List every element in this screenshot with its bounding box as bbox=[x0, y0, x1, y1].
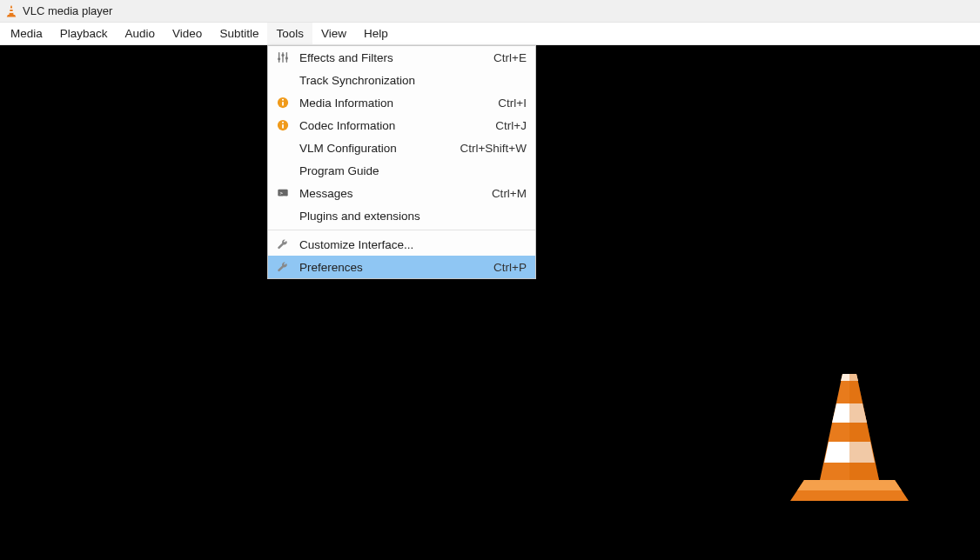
menuitem-shortcut: Ctrl+P bbox=[493, 261, 527, 274]
menuitem-vlm-configuration[interactable]: VLM Configuration Ctrl+Shift+W bbox=[268, 137, 535, 159]
menuitem-media-information[interactable]: Media Information Ctrl+I bbox=[268, 91, 535, 114]
menuitem-label: Effects and Filters bbox=[299, 51, 487, 64]
svg-marker-0 bbox=[9, 5, 13, 14]
svg-point-19 bbox=[282, 99, 284, 101]
menu-video[interactable]: Video bbox=[164, 23, 211, 44]
menuitem-label: Media Information bbox=[299, 97, 491, 110]
svg-point-16 bbox=[285, 57, 288, 59]
menuitem-label: Customize Interface... bbox=[299, 238, 520, 251]
svg-marker-5 bbox=[797, 480, 902, 490]
menuitem-label: VLM Configuration bbox=[299, 142, 453, 155]
menuitem-messages[interactable]: >_ Messages Ctrl+M bbox=[268, 182, 535, 204]
menuitem-plugins-and-extensions[interactable]: Plugins and extensions bbox=[268, 204, 535, 227]
menuitem-shortcut: Ctrl+E bbox=[493, 51, 527, 64]
tools-dropdown: Effects and Filters Ctrl+E Track Synchro… bbox=[267, 45, 536, 279]
menuitem-shortcut: Ctrl+J bbox=[495, 119, 527, 132]
menu-separator bbox=[268, 230, 535, 230]
menu-audio[interactable]: Audio bbox=[117, 23, 164, 44]
menu-playback[interactable]: Playback bbox=[51, 23, 117, 44]
menuitem-label: Program Guide bbox=[299, 164, 520, 177]
svg-text:>_: >_ bbox=[280, 190, 286, 197]
info-icon bbox=[273, 119, 292, 131]
menuitem-shortcut: Ctrl+Shift+W bbox=[460, 142, 527, 155]
svg-point-14 bbox=[278, 57, 280, 60]
vlc-cone-logo bbox=[789, 369, 910, 508]
menuitem-label: Plugins and extensions bbox=[299, 210, 520, 223]
menuitem-shortcut: Ctrl+I bbox=[498, 97, 527, 110]
svg-point-22 bbox=[282, 122, 284, 123]
svg-marker-3 bbox=[7, 15, 17, 17]
menuitem-codec-information[interactable]: Codec Information Ctrl+J bbox=[268, 114, 535, 137]
menuitem-shortcut: Ctrl+M bbox=[492, 187, 527, 200]
vlc-cone-icon bbox=[5, 5, 17, 17]
menuitem-track-synchronization[interactable]: Track Synchronization bbox=[268, 69, 535, 91]
window-title: VLC media player bbox=[23, 4, 112, 17]
menuitem-label: Preferences bbox=[299, 261, 487, 274]
svg-rect-21 bbox=[282, 124, 284, 128]
menuitem-label: Codec Information bbox=[299, 119, 488, 132]
menuitem-program-guide[interactable]: Program Guide bbox=[268, 159, 535, 182]
wrench-icon bbox=[273, 238, 292, 250]
menuitem-customize-interface[interactable]: Customize Interface... bbox=[268, 233, 535, 256]
titlebar: VLC media player bbox=[0, 0, 980, 23]
menu-help[interactable]: Help bbox=[355, 23, 397, 44]
menubar: Media Playback Audio Video Subtitle Tool… bbox=[0, 23, 980, 45]
menu-media[interactable]: Media bbox=[2, 23, 51, 44]
menuitem-label: Track Synchronization bbox=[299, 74, 520, 87]
menuitem-label: Messages bbox=[299, 187, 485, 200]
menuitem-effects-and-filters[interactable]: Effects and Filters Ctrl+E bbox=[268, 46, 535, 69]
menu-view[interactable]: View bbox=[312, 23, 355, 44]
messages-icon: >_ bbox=[273, 187, 292, 199]
menu-tools[interactable]: Tools bbox=[267, 23, 312, 44]
svg-rect-18 bbox=[282, 102, 284, 105]
menuitem-preferences[interactable]: Preferences Ctrl+P bbox=[268, 256, 535, 278]
svg-rect-2 bbox=[10, 11, 14, 13]
wrench-icon bbox=[273, 261, 292, 273]
sliders-icon bbox=[273, 51, 292, 63]
menu-subtitle[interactable]: Subtitle bbox=[211, 23, 267, 44]
svg-point-15 bbox=[281, 54, 284, 57]
info-icon bbox=[273, 97, 292, 109]
svg-rect-1 bbox=[10, 8, 13, 9]
svg-marker-10 bbox=[849, 374, 879, 480]
